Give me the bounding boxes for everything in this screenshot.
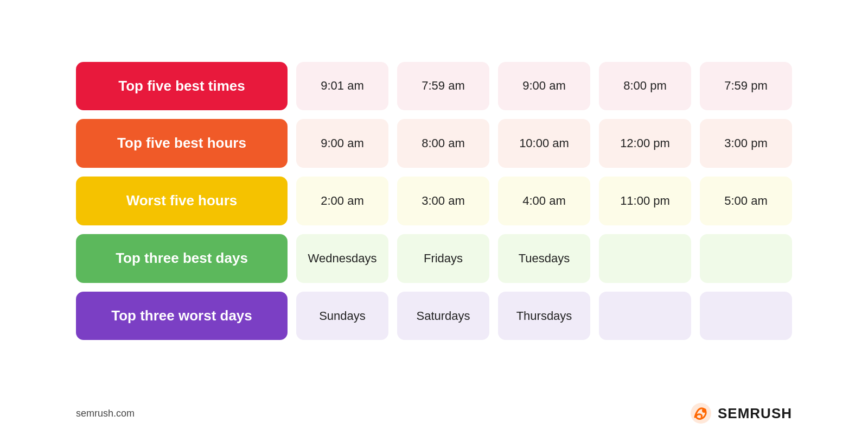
cell-worst-hours-4: 11:00 pm [599,177,691,225]
label-best-hours: Top five best hours [76,119,288,168]
cell-worst-days-5 [700,292,792,341]
svg-point-1 [702,408,706,413]
table-grid: Top five best times9:01 am7:59 am9:00 am… [76,62,792,341]
label-worst-hours: Worst five hours [76,177,288,225]
main-content: Top five best times9:01 am7:59 am9:00 am… [43,0,825,402]
cell-worst-days-1: Sundays [296,292,388,341]
cell-best-times-1: 9:01 am [296,62,388,111]
label-best-days: Top three best days [76,234,288,283]
semrush-logo: SEMRUSH [690,402,792,425]
cell-best-days-5 [700,234,792,283]
footer: semrush.com SEMRUSH [43,402,825,441]
cell-worst-hours-5: 5:00 am [700,177,792,225]
row-best-hours: Top five best hours9:00 am8:00 am10:00 a… [76,119,792,168]
cell-best-times-2: 7:59 am [397,62,489,111]
cell-worst-hours-3: 4:00 am [498,177,590,225]
cell-best-times-4: 8:00 pm [599,62,691,111]
row-best-days: Top three best daysWednesdaysFridaysTues… [76,234,792,283]
cell-best-days-2: Fridays [397,234,489,283]
cell-best-hours-2: 8:00 am [397,119,489,168]
row-worst-days: Top three worst daysSundaysSaturdaysThur… [76,292,792,341]
row-best-times: Top five best times9:01 am7:59 am9:00 am… [76,62,792,111]
svg-point-0 [691,403,711,424]
cell-best-hours-3: 10:00 am [498,119,590,168]
label-best-times: Top five best times [76,62,288,111]
semrush-brand-text: SEMRUSH [718,405,792,422]
cell-worst-days-3: Thursdays [498,292,590,341]
cell-worst-hours-2: 3:00 am [397,177,489,225]
semrush-icon [690,402,712,425]
cell-best-hours-5: 3:00 pm [700,119,792,168]
label-worst-days: Top three worst days [76,292,288,341]
cell-best-times-3: 9:00 am [498,62,590,111]
cell-best-days-3: Tuesdays [498,234,590,283]
cell-worst-days-4 [599,292,691,341]
cell-best-times-5: 7:59 pm [700,62,792,111]
row-worst-hours: Worst five hours2:00 am3:00 am4:00 am11:… [76,177,792,225]
cell-best-hours-1: 9:00 am [296,119,388,168]
cell-worst-days-2: Saturdays [397,292,489,341]
cell-worst-hours-1: 2:00 am [296,177,388,225]
cell-best-days-1: Wednesdays [296,234,388,283]
cell-best-days-4 [599,234,691,283]
footer-url: semrush.com [76,408,135,419]
cell-best-hours-4: 12:00 pm [599,119,691,168]
